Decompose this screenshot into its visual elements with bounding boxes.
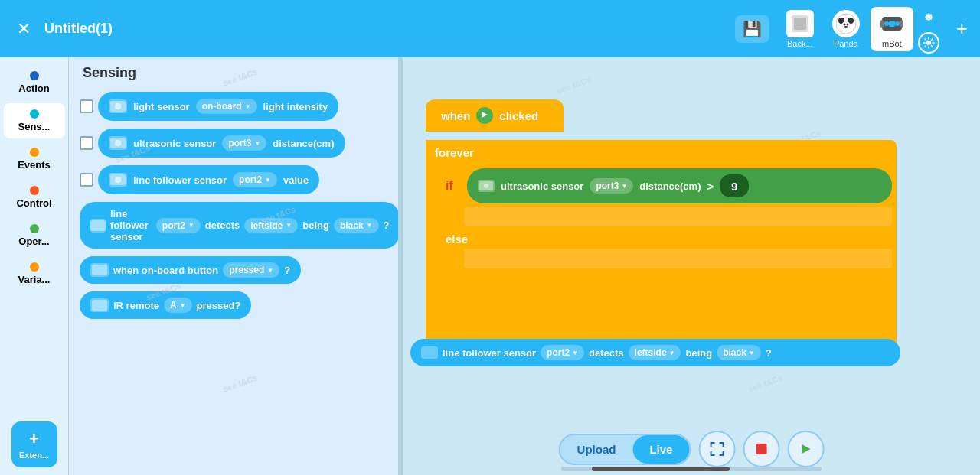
- light-sensor-checkbox[interactable]: [80, 99, 93, 113]
- clicked-label: clicked: [499, 109, 538, 122]
- canvas-lf-q: ?: [766, 347, 772, 359]
- sidebar-item-events[interactable]: Events: [4, 142, 65, 177]
- close-button[interactable]: ✕: [12, 19, 35, 39]
- fullscreen-button[interactable]: [698, 431, 735, 467]
- canvas-lf-icon: [421, 346, 438, 359]
- button-icon: [90, 263, 109, 277]
- variables-dot: [30, 262, 39, 272]
- svg-point-10: [884, 21, 889, 26]
- horizontal-scrollbar[interactable]: [403, 466, 980, 472]
- light-sensor-text: light sensor: [133, 101, 190, 112]
- bluetooth-icon[interactable]: ⎈: [916, 5, 941, 29]
- ultrasonic-sensor-block[interactable]: ultrasonic sensor port3 distance(cm): [98, 129, 345, 158]
- extend-plus-icon: +: [29, 429, 39, 449]
- condition-port-dropdown[interactable]: port3 ▼: [590, 178, 633, 194]
- ultrasonic-sensor-row: ultrasonic sensor port3 distance(cm): [80, 129, 387, 158]
- svg-point-5: [842, 21, 850, 29]
- sidebar-item-action[interactable]: Action: [4, 65, 65, 100]
- canvas-lf-color-dropdown[interactable]: black▼: [717, 345, 761, 360]
- line-follower-sensor-block[interactable]: line follower sensor port2 value: [98, 165, 319, 194]
- when-clicked-block[interactable]: when clicked: [426, 99, 564, 132]
- sidebar-item-sensing[interactable]: Sens...: [4, 103, 65, 138]
- light-intensity-text: light intensity: [263, 101, 328, 112]
- canvas-lf-block[interactable]: line follower sensor port2▼ detects left…: [410, 339, 900, 366]
- ir-key-dropdown[interactable]: A: [164, 298, 192, 313]
- button-state-dropdown[interactable]: pressed: [223, 262, 279, 278]
- line-follower-text: line follower sensor: [133, 174, 227, 186]
- sidebar-item-control[interactable]: Control: [4, 180, 65, 215]
- light-sensor-dropdown[interactable]: on-board: [196, 99, 257, 114]
- canvas-lf-side-dropdown[interactable]: leftside▼: [629, 345, 681, 360]
- stop-button[interactable]: [743, 431, 779, 467]
- svg-point-17: [115, 103, 121, 109]
- light-sensor-block[interactable]: light sensor on-board light intensity: [98, 92, 338, 121]
- ultrasonic-port-dropdown[interactable]: port3: [222, 135, 266, 151]
- condition-measurement: distance(cm): [639, 181, 701, 192]
- lf-detects-q: ?: [384, 220, 390, 231]
- ultrasonic-checkbox[interactable]: [80, 136, 93, 150]
- live-button[interactable]: Live: [632, 435, 689, 464]
- svg-marker-25: [482, 112, 488, 118]
- ultrasonic-text: ultrasonic sensor: [133, 138, 216, 149]
- svg-rect-23: [92, 265, 107, 275]
- svg-rect-14: [900, 20, 903, 28]
- ir-text2: pressed?: [197, 300, 241, 311]
- control-label: Control: [16, 197, 51, 209]
- save-button[interactable]: 💾: [735, 15, 769, 43]
- svg-point-27: [484, 184, 488, 188]
- lf-detects-port-dropdown[interactable]: port2: [156, 218, 201, 233]
- button-pressed-block[interactable]: when on-board button pressed ?: [80, 256, 301, 284]
- tab-panda[interactable]: Panda: [825, 7, 867, 51]
- forever-body: if ultrasonic sensor port3 ▼ distance(cm…: [441, 165, 897, 273]
- page-title: Untitled(1): [44, 21, 726, 37]
- svg-rect-24: [92, 300, 107, 311]
- line-follower-checkbox[interactable]: [80, 173, 93, 187]
- code-canvas[interactable]: see t&Cs see t&Cs see t&Cs see t&Cs see …: [403, 57, 980, 475]
- mbot-label: mBot: [882, 39, 902, 48]
- sidebar-item-operators[interactable]: Oper...: [4, 218, 65, 253]
- line-follower-port-dropdown[interactable]: port2: [233, 172, 277, 187]
- canvas-lf-port-dropdown[interactable]: port2▼: [541, 345, 584, 360]
- lf-detects-side-dropdown[interactable]: leftside: [244, 218, 298, 233]
- panel-title: Sensing: [80, 65, 387, 81]
- lf-detects-text3: being: [302, 220, 329, 231]
- action-dot: [30, 71, 39, 80]
- lf-detects-text2: detects: [205, 220, 240, 231]
- canvas-lf-text2: detects: [589, 347, 624, 359]
- ir-remote-row: IR remote A pressed?: [80, 291, 387, 319]
- go-button[interactable]: [787, 431, 824, 467]
- button-q: ?: [284, 265, 290, 276]
- condition-icon: [478, 180, 495, 192]
- add-button[interactable]: +: [956, 17, 968, 41]
- tab-backdrop[interactable]: Back...: [779, 7, 822, 51]
- upload-button[interactable]: Upload: [560, 435, 633, 464]
- svg-point-19: [115, 140, 121, 146]
- canvas-watermark-5: see t&Cs: [746, 373, 783, 393]
- condition-block[interactable]: ultrasonic sensor port3 ▼ distance(cm) >…: [467, 168, 892, 203]
- condition-sensor-text: ultrasonic sensor: [501, 181, 583, 192]
- bottom-toolbar: Upload Live: [559, 431, 825, 467]
- scroll-thumb[interactable]: [592, 467, 730, 471]
- extend-button[interactable]: + Exten...: [11, 421, 57, 467]
- block-panel: see t&Cs see t&Cs see t&Cs see t&Cs see …: [69, 57, 398, 475]
- condition-value[interactable]: 9: [720, 174, 749, 197]
- svg-rect-13: [880, 20, 884, 28]
- else-label: else: [446, 229, 892, 249]
- svg-point-7: [846, 23, 848, 25]
- ir-icon: [90, 298, 109, 312]
- value-text: value: [283, 174, 309, 186]
- sidebar-item-variables[interactable]: Varia...: [4, 256, 65, 291]
- tab-mbot[interactable]: mBot: [871, 7, 913, 51]
- settings-icon[interactable]: [918, 32, 939, 54]
- operators-dot: [30, 224, 39, 233]
- forever-block[interactable]: forever if ultrasonic sensor port3 ▼: [426, 140, 897, 354]
- green-flag-icon: [476, 107, 493, 124]
- lf-detects-color-dropdown[interactable]: black: [334, 218, 379, 233]
- ir-remote-block[interactable]: IR remote A pressed?: [80, 291, 251, 319]
- scroll-track: [561, 467, 822, 471]
- when-label: when: [441, 109, 470, 122]
- if-label: if: [446, 179, 461, 193]
- if-body: [464, 207, 892, 226]
- line-follower-detects-block[interactable]: line follower sensor port2 detects lefts…: [80, 202, 398, 249]
- extend-label: Exten...: [19, 451, 49, 460]
